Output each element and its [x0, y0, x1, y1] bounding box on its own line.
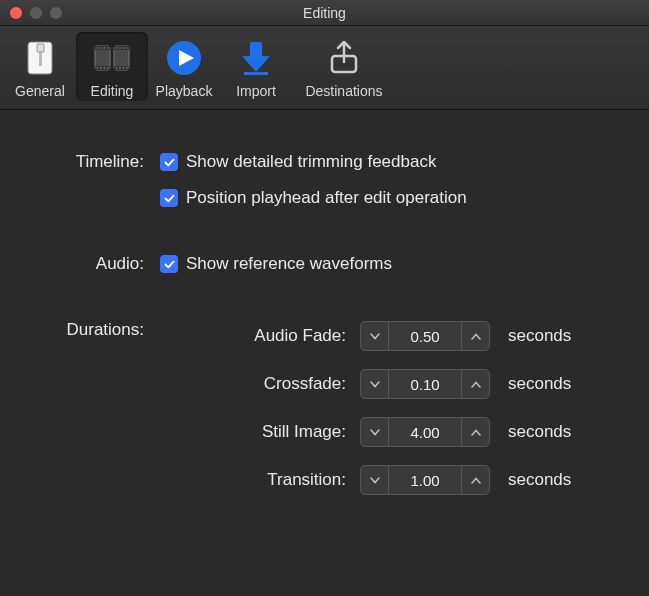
duration-unit: seconds	[508, 326, 571, 346]
svg-point-24	[126, 67, 128, 69]
checkbox-position-playhead[interactable]	[160, 189, 178, 207]
stepper-increment[interactable]	[461, 370, 489, 398]
duration-label: Transition:	[160, 470, 360, 490]
editing-icon	[90, 36, 134, 80]
chevron-up-icon	[471, 381, 481, 388]
stepper-value[interactable]: 0.10	[389, 370, 461, 398]
checkbox-detailed-trimming[interactable]	[160, 153, 178, 171]
toolbar-tab-label: Playback	[156, 83, 213, 99]
toolbar-tab-general[interactable]: General	[4, 32, 76, 101]
checkbox-label: Show reference waveforms	[186, 254, 392, 274]
close-button[interactable]	[10, 7, 22, 19]
checkbox-row-detailed-trimming: Show detailed trimming feedback	[160, 150, 609, 174]
toolbar-tab-playback[interactable]: Playback	[148, 32, 220, 101]
import-icon	[234, 36, 278, 80]
stepper-decrement[interactable]	[361, 466, 389, 494]
window-title: Editing	[0, 5, 649, 21]
stepper-decrement[interactable]	[361, 418, 389, 446]
svg-rect-26	[244, 72, 268, 75]
svg-point-9	[97, 47, 99, 49]
duration-row-crossfade: Crossfade: 0.10 seconds	[160, 366, 609, 402]
checkbox-label: Position playhead after edit operation	[186, 188, 467, 208]
audio-section: Audio: Show reference waveforms	[40, 252, 609, 288]
titlebar: Editing	[0, 0, 649, 26]
chevron-up-icon	[471, 477, 481, 484]
general-icon	[18, 36, 62, 80]
svg-point-21	[116, 67, 118, 69]
svg-point-20	[126, 47, 128, 49]
duration-label: Still Image:	[160, 422, 360, 442]
duration-unit: seconds	[508, 470, 571, 490]
svg-point-11	[104, 47, 106, 49]
svg-point-23	[123, 67, 125, 69]
chevron-down-icon	[370, 381, 380, 388]
durations-label: Durations:	[40, 318, 160, 510]
stepper-value[interactable]: 4.00	[389, 418, 461, 446]
toolbar-tab-label: Import	[236, 83, 276, 99]
duration-label: Audio Fade:	[160, 326, 360, 346]
maximize-button[interactable]	[50, 7, 62, 19]
stepper-audio-fade[interactable]: 0.50	[360, 321, 490, 351]
duration-unit: seconds	[508, 374, 571, 394]
svg-point-12	[107, 47, 109, 49]
stepper-increment[interactable]	[461, 466, 489, 494]
stepper-value[interactable]: 1.00	[389, 466, 461, 494]
stepper-decrement[interactable]	[361, 370, 389, 398]
stepper-still-image[interactable]: 4.00	[360, 417, 490, 447]
svg-point-19	[123, 47, 125, 49]
svg-point-15	[104, 67, 106, 69]
timeline-section: Timeline: Show detailed trimming feedbac…	[40, 150, 609, 222]
svg-point-13	[97, 67, 99, 69]
stepper-increment[interactable]	[461, 322, 489, 350]
stepper-decrement[interactable]	[361, 322, 389, 350]
svg-point-18	[119, 47, 121, 49]
toolbar: General Editing Playba	[0, 26, 649, 110]
svg-point-16	[107, 67, 109, 69]
durations-section: Durations: Audio Fade: 0.50 seconds Cros…	[40, 318, 609, 510]
stepper-crossfade[interactable]: 0.10	[360, 369, 490, 399]
toolbar-tab-import[interactable]: Import	[220, 32, 292, 101]
stepper-value[interactable]: 0.50	[389, 322, 461, 350]
svg-point-14	[100, 67, 102, 69]
minimize-button[interactable]	[30, 7, 42, 19]
checkbox-row-position-playhead: Position playhead after edit operation	[160, 186, 609, 210]
toolbar-tab-editing[interactable]: Editing	[76, 32, 148, 101]
content-area: Timeline: Show detailed trimming feedbac…	[0, 110, 649, 510]
chevron-down-icon	[370, 477, 380, 484]
duration-unit: seconds	[508, 422, 571, 442]
duration-label: Crossfade:	[160, 374, 360, 394]
stepper-transition[interactable]: 1.00	[360, 465, 490, 495]
duration-row-still-image: Still Image: 4.00 seconds	[160, 414, 609, 450]
toolbar-tab-label: Destinations	[305, 83, 382, 99]
svg-point-10	[100, 47, 102, 49]
toolbar-tab-destinations[interactable]: Destinations	[292, 32, 396, 101]
chevron-up-icon	[471, 333, 481, 340]
audio-label: Audio:	[40, 252, 160, 288]
duration-row-transition: Transition: 1.00 seconds	[160, 462, 609, 498]
svg-point-22	[119, 67, 121, 69]
stepper-increment[interactable]	[461, 418, 489, 446]
chevron-down-icon	[370, 429, 380, 436]
destinations-icon	[322, 36, 366, 80]
svg-rect-2	[37, 44, 44, 52]
duration-row-audio-fade: Audio Fade: 0.50 seconds	[160, 318, 609, 354]
checkbox-label: Show detailed trimming feedback	[186, 152, 436, 172]
toolbar-tab-label: General	[15, 83, 65, 99]
toolbar-tab-label: Editing	[91, 83, 134, 99]
checkbox-row-reference-waveforms: Show reference waveforms	[160, 252, 609, 276]
chevron-up-icon	[471, 429, 481, 436]
timeline-label: Timeline:	[40, 150, 160, 222]
checkbox-reference-waveforms[interactable]	[160, 255, 178, 273]
traffic-lights	[0, 7, 62, 19]
svg-point-17	[116, 47, 118, 49]
playback-icon	[162, 36, 206, 80]
chevron-down-icon	[370, 333, 380, 340]
